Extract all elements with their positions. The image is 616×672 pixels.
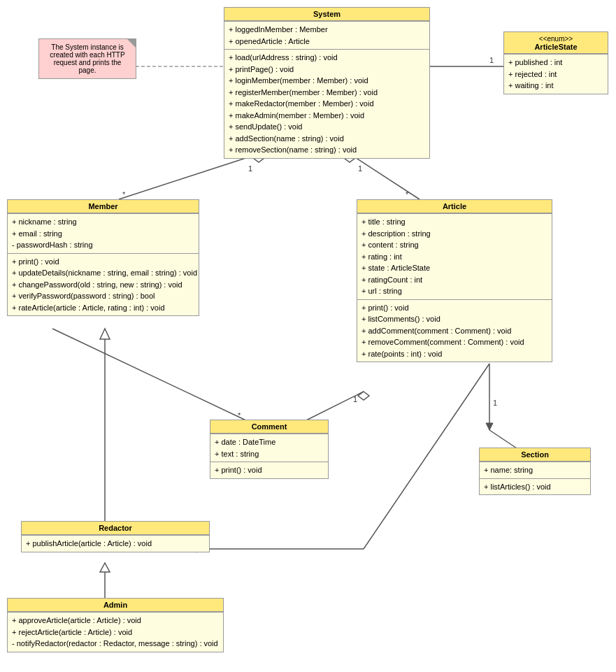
art-attr-0: + title : string bbox=[361, 216, 547, 228]
articlestate-stereotype: <<enum>> bbox=[539, 35, 573, 43]
system-attributes: + loggedInMember : Member + openedArticl… bbox=[224, 21, 429, 49]
svg-marker-19 bbox=[486, 423, 493, 430]
svg-text:1: 1 bbox=[493, 399, 497, 407]
comment-box: Comment + date : DateTime + text : strin… bbox=[210, 420, 329, 479]
sys-m-2: + loginMember(member : Member) : void bbox=[229, 75, 425, 87]
section-methods: + listArticles() : void bbox=[480, 478, 590, 495]
svg-line-11 bbox=[52, 329, 252, 423]
mem-m-2: + changePassword(old : string, new : str… bbox=[12, 279, 194, 291]
svg-line-5 bbox=[350, 154, 420, 199]
sys-m-0: + load(urlAddress : string) : void bbox=[229, 52, 425, 64]
art-m-0: + print() : void bbox=[361, 302, 547, 314]
redactor-title: Redactor bbox=[22, 522, 209, 535]
mem-m-4: + rateArticle(article : Article, rating … bbox=[12, 302, 194, 314]
svg-text:*: * bbox=[122, 190, 126, 199]
as-attr-0: + published : int bbox=[508, 57, 603, 69]
svg-text:1: 1 bbox=[248, 164, 252, 173]
mem-m-1: + updateDetails(nickname : string, email… bbox=[12, 267, 194, 279]
member-attributes: + nickname : string + email : string - p… bbox=[8, 213, 199, 253]
com-attr-1: + text : string bbox=[215, 448, 324, 460]
adm-m-0: + approveArticle(article : Article) : vo… bbox=[12, 615, 219, 627]
svg-text:1: 1 bbox=[358, 164, 362, 173]
sec-m-0: + listArticles() : void bbox=[484, 481, 586, 493]
admin-methods: + approveArticle(article : Article) : vo… bbox=[8, 612, 223, 652]
article-attributes: + title : string + description : string … bbox=[357, 213, 552, 299]
svg-text:1: 1 bbox=[353, 395, 357, 403]
svg-marker-24 bbox=[100, 563, 110, 572]
svg-text:1: 1 bbox=[489, 56, 494, 64]
art-m-3: + removeComment(comment : Comment) : voi… bbox=[361, 336, 547, 348]
svg-text:*: * bbox=[406, 190, 409, 199]
sys-m-7: + addSection(name : string) : void bbox=[229, 133, 425, 145]
mem-attr-2: - passwordHash : string bbox=[12, 239, 194, 251]
art-attr-5: + ratingCount : int bbox=[361, 274, 547, 286]
section-title: Section bbox=[480, 448, 590, 462]
art-attr-1: + description : string bbox=[361, 228, 547, 240]
sys-m-8: + removeSection(name : string) : void bbox=[229, 144, 425, 156]
art-attr-3: + rating : int bbox=[361, 251, 547, 263]
admin-box: Admin + approveArticle(article : Article… bbox=[7, 598, 224, 652]
mem-attr-0: + nickname : string bbox=[12, 216, 194, 228]
svg-marker-22 bbox=[100, 329, 110, 339]
svg-line-1 bbox=[119, 154, 259, 199]
art-attr-6: + url : string bbox=[361, 285, 547, 297]
com-m-0: + print() : void bbox=[215, 464, 324, 476]
comment-methods: + print() : void bbox=[210, 462, 328, 478]
as-attr-2: + waiting : int bbox=[508, 80, 603, 92]
red-m-0: + publishArticle(article : Article) : vo… bbox=[26, 538, 205, 550]
sys-m-6: + sendUpdate() : void bbox=[229, 121, 425, 133]
articlestate-title: ArticleState bbox=[534, 43, 577, 51]
note-box: The System instance is created with each… bbox=[38, 38, 136, 79]
member-methods: + print() : void + updateDetails(nicknam… bbox=[8, 253, 199, 316]
admin-title: Admin bbox=[8, 599, 223, 612]
redactor-box: Redactor + publishArticle(article : Arti… bbox=[21, 521, 210, 552]
system-methods: + load(urlAddress : string) : void + pri… bbox=[224, 49, 429, 158]
note-text: The System instance is created with each… bbox=[50, 43, 124, 74]
mem-attr-1: + email : string bbox=[12, 228, 194, 240]
section-attributes: + name: string bbox=[480, 462, 590, 478]
redactor-methods: + publishArticle(article : Article) : vo… bbox=[22, 535, 209, 552]
articlestate-header: <<enum>> ArticleState bbox=[504, 32, 608, 54]
svg-line-26 bbox=[364, 364, 489, 549]
article-box: Article + title : string + description :… bbox=[357, 199, 552, 362]
section-box: Section + name: string + listArticles() … bbox=[479, 448, 591, 495]
art-m-2: + addComment(comment : Comment) : void bbox=[361, 325, 547, 337]
articlestate-attributes: + published : int + rejected : int + wai… bbox=[504, 54, 608, 94]
article-title: Article bbox=[357, 200, 552, 213]
system-title: System bbox=[224, 8, 429, 21]
sys-attr-0: + loggedInMember : Member bbox=[229, 24, 425, 36]
adm-m-2: - notifyRedactor(redactor : Redactor, me… bbox=[12, 638, 219, 650]
mem-m-0: + print() : void bbox=[12, 256, 194, 268]
com-attr-0: + date : DateTime bbox=[215, 436, 324, 448]
svg-marker-15 bbox=[358, 392, 369, 400]
sys-m-3: + registerMember(member : Member) : void bbox=[229, 87, 425, 99]
sec-attr-0: + name: string bbox=[484, 464, 586, 476]
articlestate-box: <<enum>> ArticleState + published : int … bbox=[503, 31, 608, 94]
comment-attributes: + date : DateTime + text : string bbox=[210, 434, 328, 462]
svg-text:*: * bbox=[238, 411, 241, 420]
system-box: System + loggedInMember : Member + opene… bbox=[224, 7, 430, 159]
member-title: Member bbox=[8, 200, 199, 213]
diagram-container: 1 * 1 * 1 * 1 1 * bbox=[0, 0, 616, 672]
mem-m-3: + verifyPassword(password : string) : bo… bbox=[12, 290, 194, 302]
sys-m-1: + printPage() : void bbox=[229, 64, 425, 76]
comment-title: Comment bbox=[210, 420, 328, 434]
article-methods: + print() : void + listComments() : void… bbox=[357, 299, 552, 362]
sys-attr-1: + openedArticle : Article bbox=[229, 36, 425, 48]
art-m-1: + listComments() : void bbox=[361, 313, 547, 325]
adm-m-1: + rejectArticle(article : Article) : voi… bbox=[12, 627, 219, 638]
member-box: Member + nickname : string + email : str… bbox=[7, 199, 199, 316]
art-attr-2: + content : string bbox=[361, 239, 547, 251]
svg-line-13 bbox=[301, 392, 364, 423]
art-m-4: + rate(points : int) : void bbox=[361, 348, 547, 360]
art-attr-4: + state : ArticleState bbox=[361, 262, 547, 274]
as-attr-1: + rejected : int bbox=[508, 69, 603, 80]
sys-m-4: + makeRedactor(member : Member) : void bbox=[229, 98, 425, 110]
sys-m-5: + makeAdmin(member : Member) : void bbox=[229, 110, 425, 122]
